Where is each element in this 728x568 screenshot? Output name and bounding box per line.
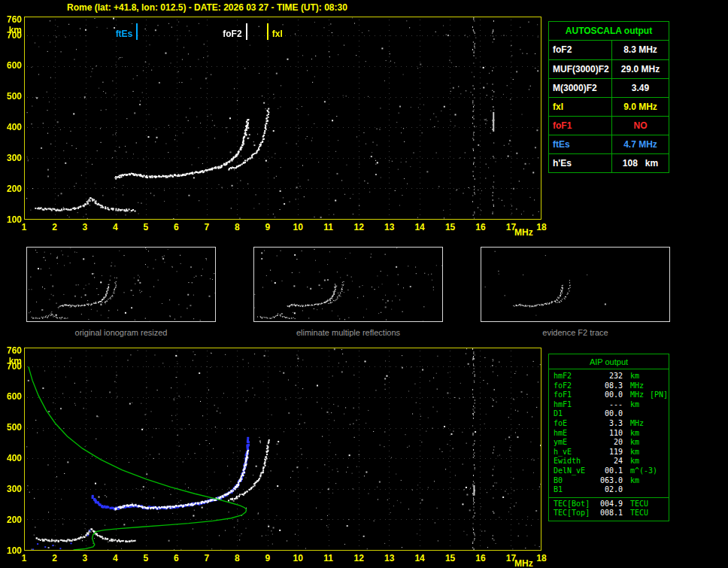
y-axis-unit-top: km xyxy=(0,25,22,35)
aip-param-value: 3.3 xyxy=(596,419,623,429)
aip-param-label: DelN_vE xyxy=(549,466,596,476)
x-tick-15-top: 15 xyxy=(441,222,460,232)
aip-param-value: 08.3 xyxy=(596,381,623,391)
thumb-evidence-f2 xyxy=(481,247,670,322)
ionogram-bottom-canvas xyxy=(25,348,541,550)
autoscala-row-fxI: fxI9.0 MHz xyxy=(549,97,669,116)
autoscala-param-value: 29.0 MHz xyxy=(612,60,669,78)
x-tick-4-bottom: 4 xyxy=(106,553,124,563)
autoscala-param-value: 108 km xyxy=(612,154,669,172)
x-tick-2-bottom: 2 xyxy=(45,553,63,563)
aip-param-unit: km xyxy=(630,457,639,466)
thumb-eliminate-reflections xyxy=(253,247,443,322)
aip-param-label: foE xyxy=(549,419,596,429)
x-tick-10-bottom: 10 xyxy=(289,553,307,563)
aip-row-foF1: foF100.0MHz[PN] xyxy=(549,390,669,400)
ionogram-top-canvas xyxy=(25,17,541,219)
aip-param-label: h_vE xyxy=(549,448,596,457)
aip-param-value: 119 xyxy=(596,448,623,457)
x-tick-6-top: 6 xyxy=(167,222,185,232)
aip-row-B0: B0063.0km xyxy=(549,476,669,486)
x-tick-14-top: 14 xyxy=(411,222,429,232)
y-tick-300-top: 300 xyxy=(0,153,22,163)
autoscala-param-label: h'Es xyxy=(549,154,612,172)
aip-param-unit: km xyxy=(630,372,639,381)
aip-row-foE: foE3.3MHz xyxy=(549,419,669,429)
thumb-caption-eliminate: eliminate multiple reflections xyxy=(253,328,443,337)
thumb-canvas-evidence xyxy=(481,248,669,321)
x-tick-2-top: 2 xyxy=(45,222,63,232)
autoscala-param-value: 4.7 MHz xyxy=(612,135,669,153)
x-tick-14-bottom: 14 xyxy=(411,553,429,563)
aip-output-rows: hmF2232kmfoF208.3MHzfoF100.0MHz[PN]hmF1-… xyxy=(549,369,669,495)
aip-param-label: foF1 xyxy=(549,390,596,400)
x-tick-16-top: 16 xyxy=(472,222,490,232)
aip-param-value: 063.0 xyxy=(596,476,623,486)
x-tick-7-top: 7 xyxy=(198,222,216,232)
aip-param-value: 00.0 xyxy=(596,390,623,400)
marker-line-fxI xyxy=(267,23,268,40)
x-axis-unit-top: MHz xyxy=(514,227,533,238)
x-tick-9-top: 9 xyxy=(259,222,277,232)
y-axis-unit-bottom: km xyxy=(0,356,22,366)
x-tick-4-top: 4 xyxy=(106,222,124,232)
aip-param-unit: MHz xyxy=(630,381,644,391)
y-tick-760-bottom: 760 xyxy=(0,345,22,356)
x-tick-10-top: 10 xyxy=(289,222,307,232)
y-tick-500-bottom: 500 xyxy=(0,422,22,433)
autoscala-row-M(3000)F2: M(3000)F23.49 xyxy=(549,78,669,97)
aip-output-panel: AIP output hmF2232kmfoF208.3MHzfoF100.0M… xyxy=(548,354,669,521)
y-tick-400-top: 400 xyxy=(0,122,22,132)
aip-param-label: hmF1 xyxy=(549,400,596,410)
x-tick-16-bottom: 16 xyxy=(472,553,490,563)
ionogram-plot-top: ftEsfoF2fxI xyxy=(24,17,541,220)
autoscala-row-MUF(3000)F2: MUF(3000)F229.0 MHz xyxy=(549,59,669,78)
y-tick-400-bottom: 400 xyxy=(0,453,22,463)
autoscala-row-foF2: foF28.3 MHz xyxy=(549,41,669,59)
aip-param-label: hmE xyxy=(549,429,596,439)
autoscala-window: Rome (lat: +41.8, lon: 012.5) - DATE: 20… xyxy=(0,0,728,568)
aip-param-unit: km xyxy=(630,400,639,410)
marker-label-ftEs: ftEs xyxy=(89,29,132,39)
marker-line-ftEs xyxy=(136,23,138,40)
aip-row-DelN_vE: DelN_vE00.1m^(-3) xyxy=(549,466,669,476)
autoscala-param-value: 3.49 xyxy=(612,79,669,97)
aip-row-B1: B102.0 xyxy=(549,485,669,495)
autoscala-row-ftEs: ftEs4.7 MHz xyxy=(549,135,669,153)
autoscala-output-rows: foF28.3 MHzMUF(3000)F229.0 MHzM(3000)F23… xyxy=(549,41,669,172)
aip-tec-section: TEC[Bot]004.9TECUTEC[Top]008.1TECU xyxy=(549,497,669,521)
x-tick-13-bottom: 13 xyxy=(381,553,399,563)
aip-row-hmE: hmE110km xyxy=(549,429,669,439)
aip-tec-row-TEC[Bot]: TEC[Bot]004.9TECU xyxy=(549,500,669,509)
autoscala-param-label: M(3000)F2 xyxy=(549,79,612,97)
autoscala-row-h'Es: h'Es108 km xyxy=(549,153,669,172)
y-tick-760-top: 760 xyxy=(0,14,22,25)
x-tick-1-bottom: 1 xyxy=(15,553,33,563)
aip-param-value: 110 xyxy=(596,429,623,439)
x-axis-unit-bottom: MHz xyxy=(514,558,533,568)
x-tick-5-top: 5 xyxy=(137,222,155,232)
autoscala-param-label: ftEs xyxy=(549,135,612,153)
aip-row-hmF2: hmF2232km xyxy=(549,372,669,381)
x-tick-8-top: 8 xyxy=(228,222,246,232)
aip-param-label: TEC[Top] xyxy=(549,509,596,518)
x-tick-12-top: 12 xyxy=(350,222,368,232)
aip-row-ymE: ymE20km xyxy=(549,438,669,448)
aip-param-value: 00.1 xyxy=(596,466,623,476)
aip-param-unit: TECU xyxy=(630,500,648,509)
x-tick-3-bottom: 3 xyxy=(76,553,94,563)
aip-param-unit: MHz xyxy=(630,390,644,400)
aip-param-value: 02.0 xyxy=(596,485,623,495)
aip-param-unit: km xyxy=(630,476,639,486)
aip-row-h_vE: h_vE119km xyxy=(549,448,669,457)
aip-row-foF2: foF208.3MHz xyxy=(549,381,669,391)
y-tick-500-top: 500 xyxy=(0,91,22,102)
x-tick-6-bottom: 6 xyxy=(167,553,185,563)
aip-param-unit: km xyxy=(630,438,639,448)
aip-param-value: --- xyxy=(596,400,623,410)
x-tick-18-bottom: 18 xyxy=(532,553,551,563)
x-tick-11-bottom: 11 xyxy=(320,553,338,563)
aip-param-label: D1 xyxy=(549,409,596,419)
autoscala-param-label: fxI xyxy=(549,98,612,116)
aip-param-unit: TECU xyxy=(630,509,648,518)
